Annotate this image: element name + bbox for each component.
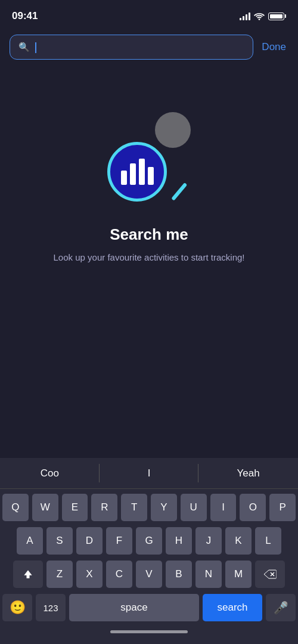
key-q[interactable]: Q [2,494,29,521]
main-content: Search me Look up your favourite activit… [0,88,298,289]
key-f[interactable]: F [106,527,132,555]
shift-key[interactable] [13,561,43,588]
search-bar[interactable]: 🔍 [10,35,253,60]
key-c[interactable]: C [106,561,132,588]
key-r[interactable]: R [91,494,117,521]
key-s[interactable]: S [46,527,73,555]
delete-icon [263,569,277,579]
key-j[interactable]: J [195,527,222,555]
key-row-3: Z X C V B N M [2,561,296,588]
key-l[interactable]: L [255,527,281,555]
key-t[interactable]: T [121,494,147,521]
svg-point-0 [259,18,260,20]
key-h[interactable]: H [166,527,192,555]
suggestion-coo[interactable]: Coo [0,458,100,488]
search-key[interactable]: search [203,594,262,621]
bar-chart-icon [121,159,154,185]
key-row-1: Q W E R T Y U I O P [2,494,296,521]
decorative-circle [155,112,191,148]
illustration-subtitle: Look up your favourite activities to sta… [54,251,245,265]
magnifier-handle [171,182,187,201]
search-input[interactable] [35,41,244,53]
shift-icon [22,568,34,580]
key-p[interactable]: P [269,494,296,521]
key-y[interactable]: Y [151,494,177,521]
wifi-icon [254,12,265,20]
key-o[interactable]: O [240,494,266,521]
battery-icon [268,13,286,20]
home-indicator [110,630,188,633]
done-button[interactable]: Done [259,39,288,55]
signal-icon [240,12,250,20]
status-time: 09:41 [12,10,38,22]
space-key[interactable]: space [69,594,199,621]
key-x[interactable]: X [76,561,103,588]
num-key[interactable]: 123 [36,594,66,621]
key-m[interactable]: M [225,561,252,588]
key-d[interactable]: D [76,527,103,555]
key-a[interactable]: A [17,527,43,555]
status-bar: 09:41 [0,0,298,30]
key-v[interactable]: V [136,561,162,588]
key-i[interactable]: I [210,494,237,521]
suggestions-row: Coo I Yeah [0,458,298,489]
key-g[interactable]: G [136,527,162,555]
key-u[interactable]: U [181,494,207,521]
text-cursor [35,42,36,53]
emoji-key[interactable]: 🙂 [2,594,32,621]
delete-key[interactable] [255,561,285,588]
illustration [101,112,197,208]
mic-key[interactable]: 🎤 [266,594,296,621]
key-row-4: 🙂 123 space search 🎤 [2,594,296,621]
suggestion-i[interactable]: I [100,458,199,488]
keyboard-keys: Q W E R T Y U I O P A S D F G H J K L [0,489,298,624]
key-w[interactable]: W [32,494,58,521]
key-e[interactable]: E [62,494,88,521]
key-b[interactable]: B [166,561,192,588]
key-k[interactable]: K [225,527,252,555]
key-n[interactable]: N [195,561,222,588]
magnifier-circle [107,142,167,202]
search-magnify-icon: 🔍 [18,42,30,52]
suggestion-yeah[interactable]: Yeah [198,458,298,488]
key-row-2: A S D F G H J K L [2,527,296,555]
keyboard-area: Coo I Yeah Q W E R T Y U I O P A S D F [0,458,298,644]
bottom-bar [0,624,298,644]
status-icons [240,12,286,20]
illustration-title: Search me [110,225,188,244]
key-z[interactable]: Z [46,561,73,588]
search-bar-container: 🔍 Done [0,30,298,64]
